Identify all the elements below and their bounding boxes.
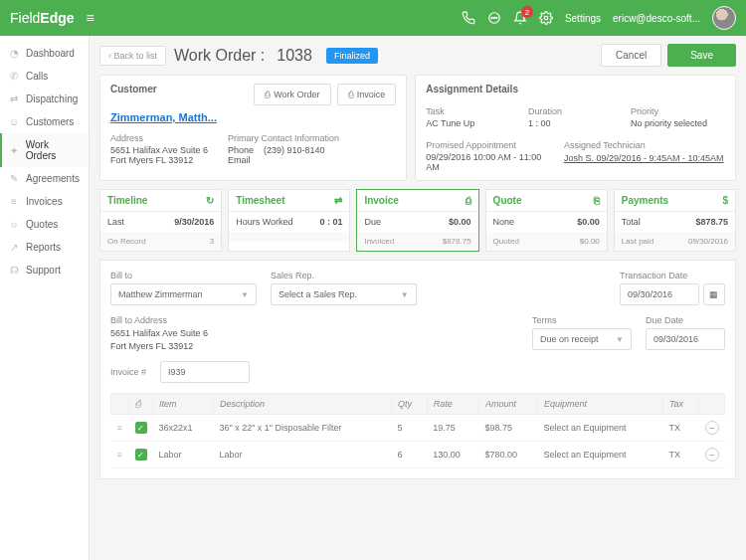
hamburger-icon[interactable]: ≡ (87, 10, 94, 26)
sidebar-item-label: Work Orders (26, 139, 81, 161)
sidebar-item-agreements[interactable]: ✎Agreements (0, 167, 89, 190)
card-icon: ⇄ (334, 195, 342, 206)
svg-point-4 (544, 16, 548, 20)
back-button[interactable]: ‹ Back to list (99, 46, 166, 66)
nav-icon: ◔ (8, 48, 20, 59)
cancel-button[interactable]: Cancel (601, 44, 661, 67)
user-avatar[interactable] (712, 6, 736, 30)
logo: FieldEdge (10, 10, 75, 26)
summary-card-invoice[interactable]: Invoice⎙Due$0.00Invoiced$878.75 (356, 189, 478, 252)
nav-icon: ↗ (8, 242, 20, 253)
nav-icon: ☊ (8, 265, 20, 276)
sidebar-item-work-orders[interactable]: ✦Work Orders (0, 133, 89, 167)
sidebar-item-calls[interactable]: ✆Calls (0, 65, 89, 88)
main-content: ‹ Back to list Work Order : 1038 Finaliz… (90, 36, 746, 560)
summary-card-timeline[interactable]: Timeline↻Last9/30/2016On Record3 (99, 189, 222, 252)
nav-icon: ☺ (8, 116, 20, 127)
chat-icon[interactable] (487, 11, 501, 25)
status-badge: Finalized (326, 48, 378, 64)
card-icon: $ (722, 195, 728, 206)
nav-icon: ≡ (8, 196, 20, 207)
printer-icon: ⎙ (265, 90, 270, 99)
remove-row-button[interactable]: – (705, 448, 719, 462)
bill-to-select[interactable]: Matthew Zimmerman▼ (110, 283, 257, 305)
sidebar-item-label: Customers (26, 116, 74, 127)
nav-icon: ✦ (8, 145, 20, 156)
print-invoice-button[interactable]: ⎙Invoice (337, 84, 397, 105)
nav-icon: ⇄ (8, 93, 20, 104)
nav-icon: ⌾ (8, 219, 20, 230)
card-icon: ⎙ (466, 195, 471, 206)
sidebar-item-invoices[interactable]: ≡Invoices (0, 190, 89, 213)
sidebar-item-reports[interactable]: ↗Reports (0, 236, 89, 259)
sidebar-item-label: Dashboard (26, 48, 75, 59)
summary-card-timesheet[interactable]: Timesheet⇄Hours Worked0 : 01 (228, 189, 350, 252)
print-work-order-button[interactable]: ⎙Work Order (254, 84, 330, 105)
sidebar-item-label: Calls (26, 71, 48, 82)
settings-link[interactable]: Settings (565, 13, 601, 24)
summary-card-payments[interactable]: Payments$Total$878.75Last paid09/30/2016 (614, 189, 736, 252)
sidebar-item-quotes[interactable]: ⌾Quotes (0, 213, 89, 236)
sidebar-item-label: Invoices (26, 196, 63, 207)
calendar-icon: ▦ (709, 289, 718, 299)
sidebar-item-dashboard[interactable]: ◔Dashboard (0, 42, 89, 65)
svg-point-3 (496, 17, 497, 18)
chevron-down-icon: ▼ (241, 290, 249, 299)
calendar-button[interactable]: ▦ (703, 283, 725, 305)
svg-point-1 (491, 17, 492, 18)
printer-icon: ⎙ (348, 90, 353, 99)
phone-icon[interactable] (462, 11, 475, 25)
sidebar-item-label: Agreements (26, 173, 80, 184)
card-icon: ⎘ (594, 195, 600, 206)
drag-handle-icon[interactable]: ≡ (117, 450, 122, 460)
contact-info-label: Primary Contact Information (228, 133, 339, 143)
card-icon: ↻ (206, 195, 214, 206)
assignment-panel: Assignment Details TaskAC Tune Up Durati… (415, 75, 736, 181)
chevron-down-icon: ▼ (401, 290, 409, 299)
remove-row-button[interactable]: – (705, 421, 719, 435)
line-items-table: ⎙ Item Description Qty Rate Amount Equip… (110, 393, 725, 468)
save-button[interactable]: Save (667, 44, 736, 67)
invoice-number-input[interactable]: I939 (160, 361, 250, 383)
assigned-technician-link[interactable]: Josh S. 09/29/2016 - 9:45AM - 10:45AM (564, 153, 724, 163)
address-label: Address (110, 133, 208, 143)
sidebar-item-customers[interactable]: ☺Customers (0, 110, 89, 133)
sidebar-item-label: Dispatching (26, 93, 78, 104)
chevron-down-icon: ▼ (616, 335, 624, 344)
svg-point-2 (493, 17, 494, 18)
summary-card-quote[interactable]: Quote⎘None$0.00Quoted$0.00 (485, 189, 608, 252)
sidebar-item-label: Quotes (26, 219, 58, 230)
sidebar-item-label: Support (26, 265, 61, 276)
transaction-date-input[interactable]: 09/30/2016 (620, 283, 699, 305)
table-row: ≡✓LaborLabor6130.00$780.00Select an Equi… (111, 442, 725, 468)
drag-handle-icon[interactable]: ≡ (117, 423, 122, 433)
due-date-input[interactable]: 09/30/2016 (646, 328, 725, 350)
user-email[interactable]: ericw@desco-soft... (613, 13, 700, 24)
terms-select[interactable]: Due on receipt▼ (532, 328, 632, 350)
nav-icon: ✆ (8, 71, 20, 82)
sidebar-item-label: Reports (26, 242, 61, 253)
invoice-section: Bill toMatthew Zimmerman▼ Sales Rep.Sele… (99, 260, 736, 479)
printer-icon: ⎙ (135, 399, 140, 409)
topbar: FieldEdge ≡ 2 Settings ericw@desco-soft.… (0, 0, 746, 36)
sidebar: ◔Dashboard✆Calls⇄Dispatching☺Customers✦W… (0, 36, 90, 560)
gear-icon[interactable] (539, 11, 553, 25)
sidebar-item-support[interactable]: ☊Support (0, 259, 89, 281)
nav-icon: ✎ (8, 173, 20, 184)
table-row: ≡✓36x22x136" x 22" x 1" Disposable Filte… (111, 415, 725, 442)
bell-icon[interactable]: 2 (513, 11, 527, 25)
page-title: Work Order : (174, 47, 265, 65)
work-order-number: 1038 (277, 47, 312, 65)
customer-name-link[interactable]: Zimmerman, Matth... (110, 111, 217, 123)
customer-panel: Customer ⎙Work Order ⎙Invoice Zimmerman,… (99, 75, 407, 181)
sidebar-item-dispatching[interactable]: ⇄Dispatching (0, 88, 89, 110)
customer-heading: Customer (110, 84, 157, 94)
assignment-heading: Assignment Details (426, 84, 725, 94)
sales-rep-select[interactable]: Select a Sales Rep.▼ (271, 283, 417, 305)
print-checkbox[interactable]: ✓ (135, 449, 147, 461)
notification-count: 2 (521, 6, 533, 18)
print-checkbox[interactable]: ✓ (135, 422, 147, 434)
